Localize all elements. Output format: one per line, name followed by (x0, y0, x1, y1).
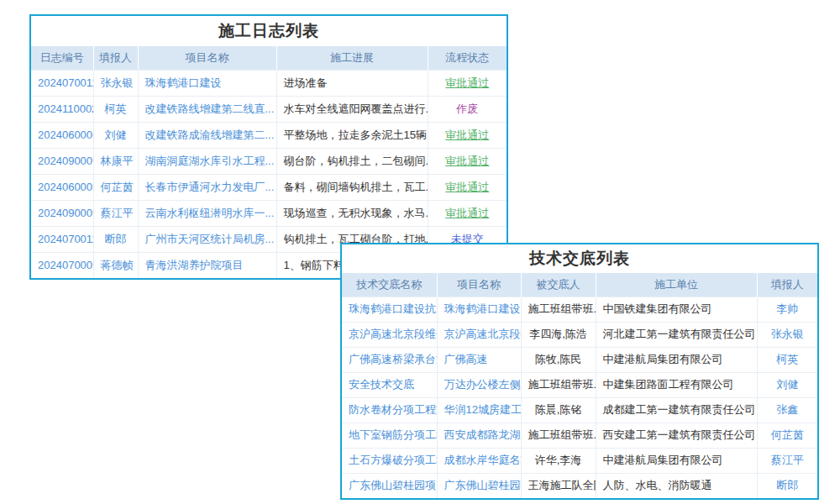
project-name-cell[interactable]: 长春市伊通河水力发电厂... (138, 174, 276, 200)
construction-unit-cell: 中建集团路面工程有限公司 (596, 372, 757, 397)
log-id-cell[interactable]: 2024110002 (31, 96, 93, 122)
reporter-cell[interactable]: 断郎 (757, 473, 817, 498)
table-row: 安全技术交底万达办公楼左侧A...施工班组带班...中建集团路面工程有限公司刘健 (342, 372, 817, 397)
column-header: 日志编号 (31, 46, 93, 70)
table-row: 土石方爆破分项工程...成都水岸华庭名苑...许华,李海中建港航局集团有限公司蔡… (342, 448, 817, 473)
disclosure-name-cell[interactable]: 安全技术交底 (342, 372, 437, 397)
construction-log-title: 施工日志列表 (31, 16, 507, 46)
log-id-cell[interactable]: 2024090009 (31, 200, 93, 226)
reporter-cell[interactable]: 柯英 (757, 347, 817, 372)
log-id-cell[interactable]: 2024070011 (31, 226, 93, 252)
table-row: 2024070011张永银珠海鹤港口建设进场准备审批通过 (31, 70, 507, 96)
disclosure-name-cell[interactable]: 地下室钢筋分项工程... (342, 423, 437, 448)
project-name-cell[interactable]: 西安成都路龙湖上... (437, 423, 521, 448)
log-id-cell[interactable]: 2024070009 (31, 252, 93, 278)
table-row: 2024060006刘健改建铁路成渝线增建第二...平整场地，拉走多余泥土15辆… (31, 122, 507, 148)
project-name-cell[interactable]: 改建铁路成渝线增建第二... (138, 122, 276, 148)
receiver-cell: 许华,李海 (521, 448, 596, 473)
project-name-cell[interactable]: 广东佛山碧桂园项目 (437, 473, 521, 498)
project-name-cell[interactable]: 湖南洞庭湖水库引水工程... (138, 148, 276, 174)
reporter-cell[interactable]: 何芷茵 (757, 423, 817, 448)
progress-cell: 水车对全线遮阳网覆盖点进行... (276, 96, 428, 122)
construction-unit-cell: 人防、水电、消防暖通 (596, 473, 757, 498)
reporter-cell[interactable]: 张永银 (93, 70, 138, 96)
status-badge[interactable]: 审批通过 (428, 200, 507, 226)
column-header: 项目名称 (138, 46, 276, 70)
table-row: 广佛高速桥梁承台施...广佛高速陈牧,陈民中建港航局集团有限公司柯英 (342, 347, 817, 372)
reporter-cell[interactable]: 何芷茵 (93, 174, 138, 200)
table-row: 2024060005何芷茵长春市伊通河水力发电厂...备料，砌间墙钩机排土，瓦工… (31, 174, 507, 200)
page: 施工日志列表 日志编号填报人项目名称施工进展流程状态 2024070011张永银… (0, 0, 840, 504)
reporter-cell[interactable]: 蔡江平 (757, 448, 817, 473)
construction-unit-cell: 成都建工第一建筑有限责任公司 (596, 397, 757, 423)
reporter-cell[interactable]: 张永银 (757, 322, 817, 347)
table-header-row: 日志编号填报人项目名称施工进展流程状态 (31, 46, 507, 70)
column-header: 填报人 (93, 46, 138, 70)
receiver-cell: 陈晨,陈铭 (521, 397, 596, 423)
receiver-cell: 施工班组带班... (521, 423, 596, 448)
table-header-row: 技术交底名称项目名称被交底人施工单位填报人 (342, 273, 817, 297)
technical-disclosure-panel: 技术交底列表 技术交底名称项目名称被交底人施工单位填报人 珠海鹤港口建设抗浮..… (340, 243, 819, 500)
reporter-cell[interactable]: 李帅 (757, 297, 817, 322)
column-header: 施工单位 (596, 273, 757, 297)
table-row: 京沪高速北京段维修...京沪高速北京段维修李四海,陈浩河北建工第一建筑有限责任公… (342, 322, 817, 347)
project-name-cell[interactable]: 云南水利枢纽潜明水库一... (138, 200, 276, 226)
log-id-cell[interactable]: 2024060005 (31, 174, 93, 200)
receiver-cell: 施工班组带班... (521, 297, 596, 322)
progress-cell: 砌台阶，钩机排土，二包砌间... (276, 148, 428, 174)
reporter-cell[interactable]: 柯英 (93, 96, 138, 122)
project-name-cell[interactable]: 珠海鹤港口建设 (138, 70, 276, 96)
reporter-cell[interactable]: 林康平 (93, 148, 138, 174)
project-name-cell[interactable]: 广佛高速 (437, 347, 521, 372)
status-badge[interactable]: 审批通过 (428, 70, 507, 96)
column-header: 施工进展 (276, 46, 428, 70)
table-row: 2024090009林康平湖南洞庭湖水库引水工程...砌台阶，钩机排土，二包砌间… (31, 148, 507, 174)
log-id-cell[interactable]: 2024070011 (31, 70, 93, 96)
column-header: 填报人 (757, 273, 817, 297)
project-name-cell[interactable]: 万达办公楼左侧A... (437, 372, 521, 397)
receiver-cell: 李四海,陈浩 (521, 322, 596, 347)
project-name-cell[interactable]: 京沪高速北京段维修 (437, 322, 521, 347)
log-id-cell[interactable]: 2024060006 (31, 122, 93, 148)
reporter-cell[interactable]: 刘健 (93, 122, 138, 148)
construction-log-panel: 施工日志列表 日志编号填报人项目名称施工进展流程状态 2024070011张永银… (29, 14, 508, 280)
reporter-cell[interactable]: 蔡江平 (93, 200, 138, 226)
construction-unit-cell: 中建港航局集团有限公司 (596, 347, 757, 372)
project-name-cell[interactable]: 青海洪湖养护院项目 (138, 252, 276, 278)
construction-unit-cell: 西安建工第一建筑有限责任公司 (596, 423, 757, 448)
project-name-cell[interactable]: 华润12城房建工... (437, 397, 521, 423)
construction-unit-cell: 河北建工第一建筑有限责任公司 (596, 322, 757, 347)
disclosure-name-cell[interactable]: 珠海鹤港口建设抗浮... (342, 297, 437, 322)
project-name-cell[interactable]: 珠海鹤港口建设 (437, 297, 521, 322)
disclosure-name-cell[interactable]: 广佛高速桥梁承台施... (342, 347, 437, 372)
receiver-cell: 施工班组带班... (521, 372, 596, 397)
reporter-cell[interactable]: 张鑫 (757, 397, 817, 423)
receiver-cell: 王海施工队全队 (521, 473, 596, 498)
log-id-cell[interactable]: 2024090009 (31, 148, 93, 174)
disclosure-name-cell[interactable]: 防水卷材分项工程施... (342, 397, 437, 423)
disclosure-name-cell[interactable]: 土石方爆破分项工程... (342, 448, 437, 473)
status-badge[interactable]: 作废 (428, 96, 507, 122)
table-row: 2024110002柯英改建铁路线增建第二线直...水车对全线遮阳网覆盖点进行.… (31, 96, 507, 122)
table-row: 珠海鹤港口建设抗浮...珠海鹤港口建设施工班组带班...中国铁建集团有限公司李帅 (342, 297, 817, 322)
column-header: 项目名称 (437, 273, 521, 297)
project-name-cell[interactable]: 改建铁路线增建第二线直... (138, 96, 276, 122)
table-row: 广东佛山碧桂园项目...广东佛山碧桂园项目王海施工队全队人防、水电、消防暖通断郎 (342, 473, 817, 498)
construction-unit-cell: 中国铁建集团有限公司 (596, 297, 757, 322)
reporter-cell[interactable]: 断郎 (93, 226, 138, 252)
reporter-cell[interactable]: 刘健 (757, 372, 817, 397)
status-badge[interactable]: 审批通过 (428, 148, 507, 174)
disclosure-name-cell[interactable]: 京沪高速北京段维修... (342, 322, 437, 347)
status-badge[interactable]: 审批通过 (428, 122, 507, 148)
progress-cell: 进场准备 (276, 70, 428, 96)
project-name-cell[interactable]: 广州市天河区统计局机房... (138, 226, 276, 252)
progress-cell: 平整场地，拉走多余泥土15辆... (276, 122, 428, 148)
table-row: 地下室钢筋分项工程...西安成都路龙湖上...施工班组带班...西安建工第一建筑… (342, 423, 817, 448)
disclosure-name-cell[interactable]: 广东佛山碧桂园项目... (342, 473, 437, 498)
table-row: 2024090009蔡江平云南水利枢纽潜明水库一...现场巡查，无积水现象，水马… (31, 200, 507, 226)
project-name-cell[interactable]: 成都水岸华庭名苑... (437, 448, 521, 473)
reporter-cell[interactable]: 蒋德帧 (93, 252, 138, 278)
receiver-cell: 陈牧,陈民 (521, 347, 596, 372)
technical-disclosure-title: 技术交底列表 (342, 244, 817, 273)
status-badge[interactable]: 审批通过 (428, 174, 507, 200)
